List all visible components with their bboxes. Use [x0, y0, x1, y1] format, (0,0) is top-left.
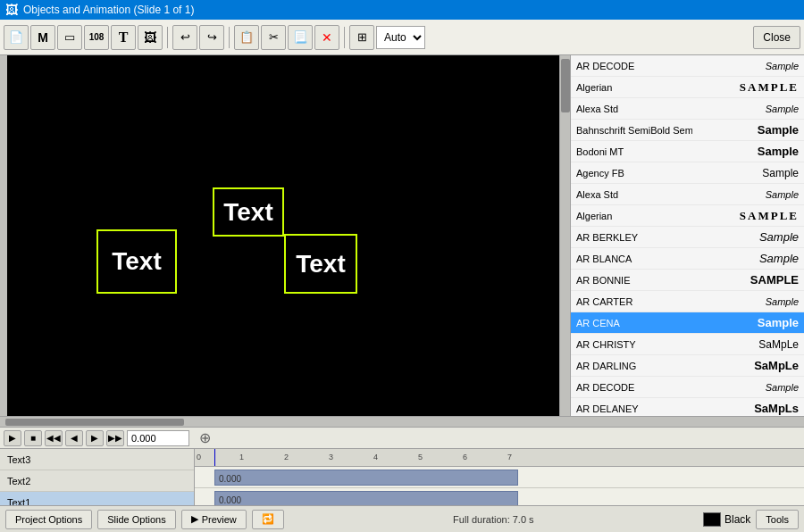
font-row[interactable]: Agency FBSample: [571, 162, 804, 184]
font-name: Agency FB: [576, 168, 692, 179]
preview-btn[interactable]: ▶ Preview: [181, 510, 247, 529]
time-marker-0: 0: [197, 453, 201, 461]
preview-icon: ▶: [191, 513, 198, 525]
font-row[interactable]: AR CHRISTYSaMpLe: [571, 334, 804, 355]
canvas-scroll-thumb[interactable]: [561, 59, 570, 112]
font-name: AR DELANEY: [576, 403, 692, 414]
font-row[interactable]: AR BLANCASample: [571, 248, 804, 270]
main-area: Text Text Text AR DECODESampleAlgerianSA…: [0, 55, 804, 416]
time-marker-7: 7: [507, 453, 512, 461]
font-name: Alexa Std: [576, 189, 692, 200]
next-btn[interactable]: ▶▶: [106, 430, 124, 446]
toolbar-108-btn[interactable]: 108: [84, 25, 109, 50]
font-sample: Sample: [692, 189, 799, 200]
font-row[interactable]: Bodoni MTSample: [571, 141, 804, 162]
track-bar[interactable]: 0.000: [214, 470, 518, 486]
font-name: Alexa Std: [576, 104, 692, 114]
text-box-1[interactable]: Text: [284, 234, 357, 294]
time-marker-6: 6: [463, 453, 467, 461]
time-marker-1: 1: [239, 453, 244, 461]
font-name: Bodoni MT: [576, 146, 692, 157]
time-marker-3: 3: [329, 453, 333, 461]
toolbar-redo-btn[interactable]: ↪: [199, 25, 224, 50]
toolbar-undo-btn[interactable]: ↩: [172, 25, 197, 50]
track-label[interactable]: Text1: [0, 492, 194, 505]
font-row[interactable]: AR BERKLEYSample: [571, 227, 804, 248]
close-button[interactable]: Close: [753, 26, 800, 49]
toolbar-sep-1: [167, 27, 168, 48]
bottom-area: ▶ ■ ◀◀ ◀ ▶ ▶▶ 0.000 ⊕ Text3Text2Text1 0 …: [0, 416, 804, 532]
text-box-3[interactable]: Text: [213, 187, 284, 237]
window-title: Objects and Animation (Slide 1 of 1): [23, 4, 194, 16]
toolbar-zoom-select[interactable]: Auto: [376, 26, 425, 49]
font-row[interactable]: Alexa StdSample: [571, 98, 804, 120]
toolbar-cut-btn[interactable]: ✂: [261, 25, 286, 50]
timeline-controls: ▶ ■ ◀◀ ◀ ▶ ▶▶ 0.000 ⊕: [0, 428, 804, 449]
track-timeline: 0 1 2 3 4 5 6 7 0.0000.0000.000: [195, 449, 804, 505]
track-label[interactable]: Text2: [0, 470, 194, 492]
font-row[interactable]: AR CENASample: [571, 312, 804, 334]
track-time: 0.000: [219, 495, 241, 505]
font-name: AR CARTER: [576, 296, 692, 307]
color-label: Black: [724, 513, 750, 526]
time-marker-2: 2: [284, 453, 289, 461]
stop-btn[interactable]: ■: [24, 430, 42, 446]
timeline-hscroll[interactable]: [0, 417, 804, 428]
font-name: AR BERKLEY: [576, 232, 692, 243]
toolbar: 📄 M ▭ 108 T 🖼 ↩ ↪ 📋 ✂ 📃 ✕ ⊞ Auto Close: [0, 20, 804, 55]
fwd-btn[interactable]: ▶: [86, 430, 104, 446]
color-box[interactable]: [703, 512, 721, 527]
toolbar-new-btn[interactable]: 📄: [4, 25, 29, 50]
time-marker-5: 5: [418, 453, 423, 461]
font-row[interactable]: Alexa StdSample: [571, 184, 804, 205]
toolbar-paste-btn[interactable]: 📃: [288, 25, 313, 50]
font-row[interactable]: AR DECODESample: [571, 377, 804, 398]
font-name: AR DARLING: [576, 361, 692, 371]
font-sample: SaMpLe: [692, 338, 799, 351]
title-bar: 🖼 Objects and Animation (Slide 1 of 1): [0, 0, 804, 20]
play-btn[interactable]: ▶: [4, 430, 21, 446]
font-name: Bahnschrift SemiBold SemiConde: [576, 125, 692, 136]
project-options-btn[interactable]: Project Options: [5, 510, 92, 529]
hscroll-thumb[interactable]: [5, 419, 184, 426]
tools-btn[interactable]: Tools: [756, 510, 799, 529]
canvas-scroll-right[interactable]: [559, 55, 570, 416]
font-sample: SAMPLE: [692, 209, 799, 223]
font-sample: Sample: [692, 61, 799, 71]
toolbar-image-btn[interactable]: 🖼: [138, 25, 163, 50]
font-sample: Sample: [692, 230, 799, 244]
font-name: AR CHRISTY: [576, 339, 692, 350]
font-row[interactable]: Bahnschrift SemiBold SemiCondeSample: [571, 120, 804, 141]
time-display: 0.000: [127, 430, 189, 446]
playhead[interactable]: [214, 449, 215, 466]
canvas-scroll-left[interactable]: [0, 55, 7, 416]
track-label[interactable]: Text3: [0, 449, 194, 470]
font-name: AR CENA: [576, 318, 692, 328]
move-icon[interactable]: ⊕: [199, 429, 211, 446]
toolbar-copy-btn[interactable]: 📋: [234, 25, 259, 50]
font-row[interactable]: AlgerianSAMPLE: [571, 77, 804, 98]
text-box-2[interactable]: Text: [96, 229, 177, 294]
toolbar-m-btn[interactable]: M: [30, 25, 55, 50]
font-row[interactable]: AR DECODESample: [571, 55, 804, 77]
toolbar-text-btn[interactable]: T: [111, 25, 136, 50]
font-row[interactable]: AR BONNIESAMPLE: [571, 270, 804, 291]
font-row[interactable]: AR DELANEYSaMpLs: [571, 398, 804, 416]
track-time: 0.000: [219, 474, 241, 484]
font-row[interactable]: AR DARLINGSaMpLe: [571, 355, 804, 377]
font-row[interactable]: AR CARTERSample: [571, 291, 804, 312]
font-sample: Sample: [692, 382, 799, 393]
prev-btn[interactable]: ◀◀: [45, 430, 63, 446]
font-sample: Sample: [692, 316, 799, 329]
toolbar-grid-btn[interactable]: ⊞: [349, 25, 374, 50]
font-name: AR DECODE: [576, 382, 692, 393]
track-bar[interactable]: 0.000: [214, 491, 518, 505]
slide-options-btn[interactable]: Slide Options: [97, 510, 175, 529]
font-row[interactable]: AlgerianSAMPLE: [571, 205, 804, 227]
canvas-area: Text Text Text: [0, 55, 570, 416]
toolbar-delete-btn[interactable]: ✕: [314, 25, 339, 50]
loop-btn[interactable]: 🔁: [252, 510, 284, 529]
toolbar-rect-btn[interactable]: ▭: [57, 25, 82, 50]
font-panel: AR DECODESampleAlgerianSAMPLEAlexa StdSa…: [570, 55, 804, 416]
back-btn[interactable]: ◀: [65, 430, 83, 446]
